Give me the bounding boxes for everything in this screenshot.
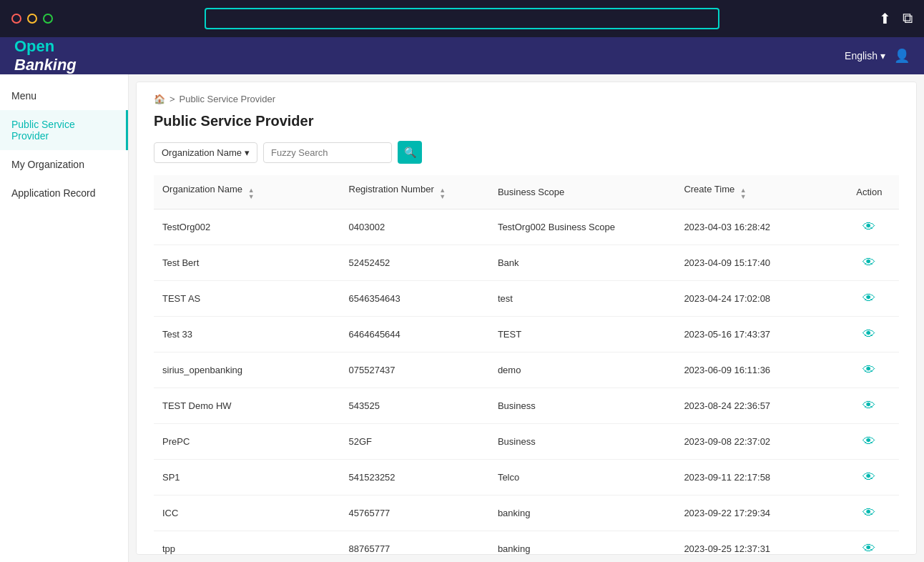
os-dot-yellow[interactable] — [27, 14, 37, 24]
search-input[interactable] — [263, 142, 392, 163]
col-header-org-name[interactable]: Organization Name ▲▼ — [154, 175, 340, 209]
chevron-down-icon: ▾ — [880, 50, 885, 61]
cell-action[interactable]: 👁 — [840, 317, 899, 353]
cell-org-name: tpp — [154, 531, 340, 556]
cell-action[interactable]: 👁 — [840, 353, 899, 388]
table-row: sirius_openbanking 075527437 demo 2023-0… — [154, 353, 899, 388]
view-icon[interactable]: 👁 — [862, 434, 875, 448]
cell-action[interactable]: 👁 — [840, 424, 899, 460]
cell-action[interactable]: 👁 — [840, 245, 899, 281]
language-label: English — [845, 50, 878, 61]
table-row: TestOrg002 0403002 TestOrg002 Business S… — [154, 209, 899, 245]
view-icon[interactable]: 👁 — [862, 470, 875, 484]
main-container: Menu Public Service Provider My Organiza… — [0, 74, 924, 562]
breadcrumb-current: Public Service Provider — [180, 94, 275, 104]
cell-biz-scope: banking — [489, 531, 676, 556]
table-row: PrePC 52GF Business 2023-09-08 22:37:02 … — [154, 424, 899, 460]
search-button[interactable]: 🔍 — [398, 141, 422, 164]
col-header-reg-number[interactable]: Registration Number ▲▼ — [340, 175, 489, 209]
table-row: Test Bert 52452452 Bank 2023-04-09 15:17… — [154, 245, 899, 281]
cell-biz-scope: test — [489, 281, 676, 317]
os-dot-red[interactable] — [11, 14, 21, 24]
cell-action[interactable]: 👁 — [840, 531, 899, 556]
cell-create-time: 2023-06-09 16:11:36 — [675, 353, 839, 388]
cell-action[interactable]: 👁 — [840, 281, 899, 317]
view-icon[interactable]: 👁 — [862, 327, 875, 341]
cell-biz-scope: Business — [489, 424, 676, 460]
sidebar: Menu Public Service Provider My Organiza… — [0, 74, 129, 562]
col-header-action: Action — [840, 175, 899, 209]
os-titlebar: ⬆ ⧉ — [0, 0, 924, 37]
cell-create-time: 2023-09-22 17:29:34 — [675, 496, 839, 531]
cell-org-name: TEST AS — [154, 281, 340, 317]
view-icon[interactable]: 👁 — [862, 506, 875, 520]
os-action-buttons: ⬆ ⧉ — [879, 10, 913, 27]
view-icon[interactable]: 👁 — [862, 541, 875, 555]
cell-reg-number: 6546354643 — [340, 281, 489, 317]
cell-reg-number: 075527437 — [340, 353, 489, 388]
cell-create-time: 2023-08-24 22:36:57 — [675, 388, 839, 424]
view-icon[interactable]: 👁 — [862, 363, 875, 377]
view-icon[interactable]: 👁 — [862, 220, 875, 234]
data-table: Organization Name ▲▼ Registration Number… — [154, 175, 899, 555]
cell-reg-number: 0403002 — [340, 209, 489, 245]
table-header-row: Organization Name ▲▼ Registration Number… — [154, 175, 899, 209]
os-search-input[interactable] — [205, 8, 719, 29]
app-header: Open Banking English ▾ 👤 — [0, 37, 924, 74]
col-header-create-time[interactable]: Create Time ▲▼ — [675, 175, 839, 209]
cell-biz-scope: Business — [489, 388, 676, 424]
cell-action[interactable]: 👁 — [840, 496, 899, 531]
cell-action[interactable]: 👁 — [840, 388, 899, 424]
upload-icon[interactable]: ⬆ — [879, 10, 891, 27]
cell-org-name: SP1 — [154, 460, 340, 496]
col-header-biz-scope: Business Scope — [489, 175, 676, 209]
cell-org-name: Test 33 — [154, 317, 340, 353]
cell-org-name: TEST Demo HW — [154, 388, 340, 424]
cell-reg-number: 543525 — [340, 388, 489, 424]
cell-org-name: TestOrg002 — [154, 209, 340, 245]
sidebar-item-application-record[interactable]: Application Record — [0, 179, 128, 207]
table-row: Test 33 6464645644 TEST 2023-05-16 17:43… — [154, 317, 899, 353]
app-logo: Open Banking — [14, 37, 77, 74]
sidebar-item-my-organization[interactable]: My Organization — [0, 150, 128, 179]
os-window-controls — [11, 14, 53, 24]
logo-banking: Banking — [14, 56, 77, 74]
chevron-down-icon: ▾ — [245, 147, 250, 158]
cell-biz-scope: Telco — [489, 460, 676, 496]
sort-icons-reg: ▲▼ — [439, 187, 446, 200]
cell-org-name: Test Bert — [154, 245, 340, 281]
cell-action[interactable]: 👁 — [840, 209, 899, 245]
os-dot-green[interactable] — [43, 14, 53, 24]
filter-dropdown[interactable]: Organization Name ▾ — [154, 142, 257, 163]
cell-biz-scope: TestOrg002 Business Scope — [489, 209, 676, 245]
sort-icons-time: ▲▼ — [740, 187, 747, 200]
cell-reg-number: 52GF — [340, 424, 489, 460]
view-icon[interactable]: 👁 — [862, 291, 875, 305]
cell-action[interactable]: 👁 — [840, 460, 899, 496]
cell-org-name: ICC — [154, 496, 340, 531]
cell-biz-scope: demo — [489, 353, 676, 388]
view-icon[interactable]: 👁 — [862, 398, 875, 413]
cell-reg-number: 52452452 — [340, 245, 489, 281]
breadcrumb-separator: > — [169, 94, 175, 104]
cell-create-time: 2023-05-16 17:43:37 — [675, 317, 839, 353]
home-icon: 🏠 — [154, 94, 165, 104]
table-row: ICC 45765777 banking 2023-09-22 17:29:34… — [154, 496, 899, 531]
user-icon[interactable]: 👤 — [894, 48, 910, 64]
cell-create-time: 2023-09-11 22:17:58 — [675, 460, 839, 496]
cell-org-name: PrePC — [154, 424, 340, 460]
cell-create-time: 2023-04-09 15:17:40 — [675, 245, 839, 281]
cell-create-time: 2023-09-25 12:37:31 — [675, 531, 839, 556]
sidebar-menu-label: Menu — [0, 82, 128, 110]
cell-reg-number: 541523252 — [340, 460, 489, 496]
cell-org-name: sirius_openbanking — [154, 353, 340, 388]
language-selector[interactable]: English ▾ — [845, 50, 885, 61]
cell-create-time: 2023-04-03 16:28:42 — [675, 209, 839, 245]
cell-biz-scope: Bank — [489, 245, 676, 281]
copy-icon[interactable]: ⧉ — [903, 10, 913, 27]
breadcrumb: 🏠 > Public Service Provider — [154, 94, 899, 104]
view-icon[interactable]: 👁 — [862, 255, 875, 270]
page-title: Public Service Provider — [154, 113, 899, 129]
sidebar-item-public-service-provider[interactable]: Public Service Provider — [0, 110, 128, 150]
content-area: 🏠 > Public Service Provider Public Servi… — [136, 82, 917, 555]
